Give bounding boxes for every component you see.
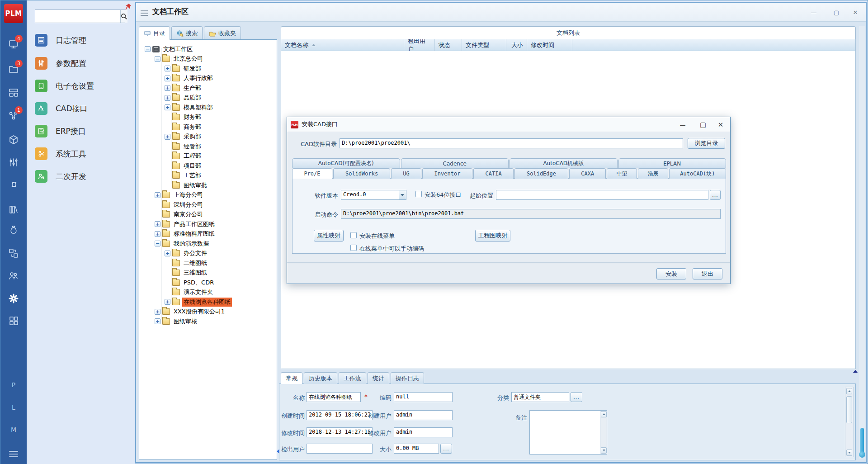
splitter-collapse-left-arrow[interactable]: [277, 449, 279, 454]
expand-expander-icon[interactable]: +: [165, 134, 170, 140]
scroll-thumb[interactable]: [860, 428, 864, 456]
name-field[interactable]: 在线浏览各种图纸: [307, 392, 361, 402]
collapse-expander-icon[interactable]: −: [155, 241, 160, 246]
created-time-field[interactable]: 2012-09-15 18:06:23: [307, 410, 373, 420]
cad-tab-AutoCAD(块)[interactable]: AutoCAD(块): [669, 168, 726, 179]
column-header[interactable]: 修改时间: [527, 39, 572, 51]
cube-icon[interactable]: [8, 134, 19, 145]
cad-tab-EPLAN[interactable]: EPLAN: [618, 158, 726, 168]
scroll-up-icon[interactable]: [601, 411, 607, 417]
tree-item[interactable]: +XXX股份有限公司1: [155, 307, 226, 317]
modified-time-field[interactable]: 2018-12-13 14:27:15: [307, 427, 373, 437]
collapse-bottom-panel-arrow[interactable]: [853, 370, 858, 373]
minimize-button[interactable]: —: [807, 7, 821, 17]
tree-item[interactable]: +研发部: [165, 64, 203, 73]
size-field[interactable]: 0.00 MB: [394, 444, 439, 454]
tree-item[interactable]: +生产部: [165, 83, 203, 93]
expand-expander-icon[interactable]: +: [165, 104, 170, 110]
cad-tab-SolidEdge[interactable]: SolidEdge: [514, 168, 568, 179]
start-pos-field[interactable]: [496, 190, 708, 200]
grid-icon[interactable]: [8, 315, 19, 326]
tree-item[interactable]: 深圳分公司: [155, 200, 204, 209]
tree-item[interactable]: +办公文件: [165, 249, 208, 258]
tree-item[interactable]: −北京总公司: [155, 54, 204, 64]
search-icon[interactable]: [120, 10, 127, 23]
tree-item[interactable]: −文档工作区: [145, 44, 194, 54]
tree-item[interactable]: PSD、CDR: [165, 278, 215, 287]
tab-workflow[interactable]: 工作流: [339, 372, 366, 384]
menu-item-6[interactable]: 系统工具: [35, 145, 130, 163]
browse-dir-button[interactable]: 浏览目录: [688, 138, 725, 149]
wrench-icon[interactable]: [8, 180, 19, 190]
drawing-map-button[interactable]: 工程图映射: [475, 230, 510, 241]
install-button[interactable]: 安装: [656, 268, 686, 279]
cad-tab-UG[interactable]: UG: [391, 168, 421, 179]
expand-expander-icon[interactable]: +: [155, 318, 160, 324]
column-header[interactable]: 状态: [435, 39, 462, 51]
cad-dir-field[interactable]: D:\proe2001\proe2001\: [340, 138, 683, 148]
tree-item[interactable]: 二维图纸: [165, 258, 208, 268]
column-header[interactable]: 大小: [506, 39, 527, 51]
rail-letter-l[interactable]: L: [0, 404, 27, 411]
dialog-maximize-button[interactable]: ▢: [696, 119, 710, 130]
version-combo[interactable]: Creo4.0: [341, 190, 406, 200]
cad-tab-Cadence[interactable]: Cadence: [401, 158, 509, 168]
tree-item[interactable]: 演示文件夹: [165, 288, 214, 297]
cad-tab-SolidWorks[interactable]: SolidWorks: [333, 168, 390, 179]
panel-scrollbar[interactable]: [845, 387, 854, 457]
tree-item[interactable]: 财务部: [165, 113, 203, 122]
collapse-expander-icon[interactable]: −: [145, 46, 151, 52]
close-button[interactable]: ✕: [849, 7, 862, 17]
tree-item[interactable]: 商务部: [165, 122, 203, 132]
tab-catalog[interactable]: 目录: [139, 26, 170, 40]
expand-expander-icon[interactable]: +: [155, 192, 160, 198]
maximize-button[interactable]: ▢: [830, 7, 843, 17]
tab-general[interactable]: 常规: [281, 372, 302, 384]
moneybag-icon[interactable]: [8, 224, 19, 235]
category-browse-button[interactable]: ...: [571, 392, 582, 402]
tab-document-list[interactable]: 文档列表: [281, 26, 856, 39]
rail-letter-m[interactable]: M: [0, 426, 27, 433]
window-menu-icon[interactable]: [141, 9, 148, 17]
tab-search[interactable]: 搜索: [171, 26, 203, 40]
cad-tab-CAXA[interactable]: CAXA: [569, 168, 606, 179]
tree-item[interactable]: +上海分公司: [155, 190, 204, 200]
cad-tab-中望[interactable]: 中望: [607, 168, 637, 179]
expand-expander-icon[interactable]: +: [165, 66, 170, 71]
menu-item-7[interactable]: 二次开发: [35, 167, 130, 185]
modifier-field[interactable]: admin: [394, 427, 453, 437]
expand-expander-icon[interactable]: +: [165, 299, 170, 305]
hamburger-menu-icon[interactable]: [9, 449, 18, 459]
remark-scrollbar[interactable]: [600, 411, 607, 454]
exit-button[interactable]: 退出: [693, 268, 722, 279]
cad-tab-Pro/E[interactable]: Pro/E: [292, 168, 332, 179]
dialog-minimize-button[interactable]: —: [676, 119, 689, 130]
remark-textarea[interactable]: [529, 410, 607, 455]
menu-item-4[interactable]: CAD接口: [35, 99, 130, 118]
people-icon[interactable]: [8, 270, 19, 281]
tree-item[interactable]: +在线浏览各种图纸: [165, 297, 232, 307]
menu-item-1[interactable]: 日志管理: [35, 31, 130, 49]
tree-item[interactable]: −我的演示数据: [155, 239, 210, 248]
tree-item[interactable]: 工艺部: [165, 171, 203, 180]
sync-icon[interactable]: [8, 248, 19, 259]
install64-checkbox[interactable]: [415, 191, 422, 197]
tree-item[interactable]: 图纸审批: [165, 180, 208, 190]
tree-item[interactable]: +图纸审核: [155, 317, 198, 326]
search-input[interactable]: [35, 10, 120, 23]
tree-item[interactable]: 项目部: [165, 161, 203, 170]
tab-favorites[interactable]: 收藏夹: [204, 26, 241, 40]
expand-expander-icon[interactable]: +: [155, 221, 160, 227]
pin-icon[interactable]: [125, 3, 132, 10]
collapse-expander-icon[interactable]: −: [155, 56, 160, 62]
monitor-icon[interactable]: 4: [8, 39, 19, 50]
scroll-down-icon[interactable]: [601, 447, 607, 454]
column-header[interactable]: 文件类型: [462, 39, 506, 51]
tab-oplog[interactable]: 操作日志: [391, 372, 424, 384]
sliders-icon[interactable]: [8, 157, 19, 168]
checkout-user-field[interactable]: [307, 444, 373, 454]
manual-code-checkbox[interactable]: [350, 245, 357, 251]
tab-history[interactable]: 历史版本: [304, 372, 337, 384]
size-browse-button[interactable]: ...: [440, 444, 452, 454]
dialog-close-button[interactable]: ✕: [714, 119, 727, 130]
